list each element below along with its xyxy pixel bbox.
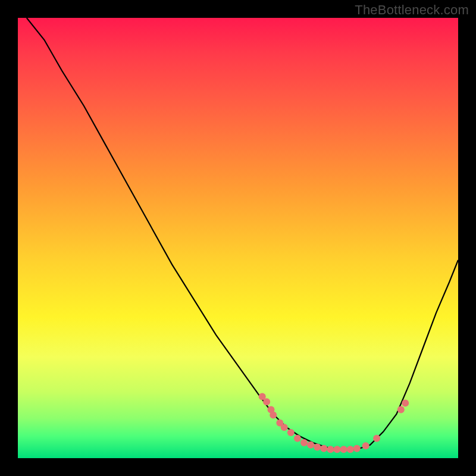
chart-svg (18, 18, 458, 458)
data-marker (373, 435, 380, 442)
data-marker (320, 445, 327, 452)
data-marker (314, 444, 321, 451)
data-marker (281, 424, 288, 431)
data-marker (402, 400, 409, 407)
data-marker (287, 429, 295, 436)
data-marker (353, 445, 361, 452)
data-marker (270, 412, 277, 419)
data-marker (362, 442, 369, 449)
curve-line (27, 18, 458, 449)
watermark-label: TheBottleneck.com (355, 2, 469, 18)
data-marker (307, 441, 314, 449)
data-marker (263, 398, 270, 405)
data-marker (397, 406, 405, 414)
data-marker (334, 446, 341, 453)
plot-area (18, 18, 458, 458)
data-marker (347, 446, 354, 453)
data-marker (340, 446, 347, 453)
chart-frame: TheBottleneck.com (0, 0, 476, 476)
marker-group (259, 393, 409, 453)
data-marker (327, 446, 334, 453)
data-marker (300, 439, 308, 446)
data-marker (294, 435, 301, 442)
